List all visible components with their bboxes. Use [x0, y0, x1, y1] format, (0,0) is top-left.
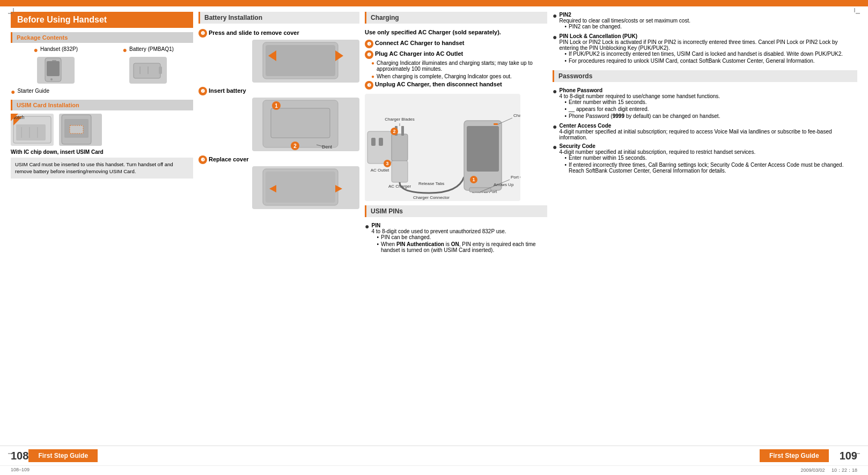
- phone-slot-image: [59, 114, 102, 146]
- charging-step-3-text: Unplug AC Charger, then disconnect hands…: [375, 81, 502, 87]
- phone-password-bullet: ●: [553, 87, 557, 95]
- bullet-icon-3: ●: [11, 88, 15, 95]
- svg-rect-37: [392, 134, 408, 161]
- battery-step-2: ❷ Insert battery: [198, 87, 359, 95]
- pin-item: ● PIN 4 to 8-digit code used to prevent …: [365, 222, 547, 254]
- pin-lock-desc: PIN Lock or PIN2 Lock is activated if PI…: [559, 39, 837, 51]
- battery-step2-image: 1 2 Dent: [252, 98, 359, 151]
- usim-pins-section: USIM PINs ● PIN 4 to 8-digit code used t…: [365, 205, 547, 254]
- svg-text:Dent: Dent: [322, 144, 333, 150]
- pin-title: PIN: [371, 222, 380, 228]
- page-title: Before Using Handset: [11, 12, 193, 28]
- step-3-num: ❸: [198, 155, 207, 164]
- usim-card-image: Notch: [11, 114, 54, 146]
- phone-pw-sub-2-text: __ appears for each digit entered.: [569, 106, 649, 112]
- pin-lock-sub-1-text: If PUK/PUK2 is incorrectly entered ten t…: [569, 51, 843, 57]
- sub-dot-1: ●: [371, 60, 374, 66]
- battery-label: Battery (PMBAQ1): [129, 46, 174, 52]
- charging-step-2-text: Plug AC Charger into AC Outlet: [375, 50, 463, 57]
- package-item-handset: ● Handset (832P): [11, 46, 101, 84]
- step-1-text: Press and slide to remove cover: [209, 29, 299, 36]
- handset-image: [37, 57, 75, 84]
- starter-guide-label: Starter Guide: [17, 88, 49, 94]
- security-code-bullet: ●: [553, 143, 557, 151]
- pin-lock-bullet: ●: [553, 33, 557, 41]
- right-first-step-guide: First Step Guide: [760, 449, 829, 462]
- passwords-header: Passwords: [553, 70, 857, 82]
- phone-password-content: Phone Password 4 to 8-digit number requi…: [559, 87, 720, 120]
- pin-sub-1: • PIN can be changed.: [377, 234, 547, 240]
- phone-pw-sub-1-text: Enter number within 15 seconds.: [569, 99, 647, 105]
- svg-rect-50: [469, 188, 491, 192]
- security-sub-1: • Enter number within 15 seconds.: [564, 155, 857, 161]
- pin2-bullet: ●: [553, 12, 557, 19]
- left-column: Before Using Handset Package Contents ● …: [11, 12, 193, 440]
- battery-column: Battery Installation ❶ Press and slide t…: [198, 12, 359, 440]
- pin-sub-1-text: PIN can be changed.: [381, 234, 431, 240]
- phone-password-title: Phone Password: [559, 87, 602, 93]
- security-code-title: Security Code: [559, 143, 595, 149]
- pin-bullet: ●: [365, 222, 369, 230]
- corner-mark-bl: [8, 448, 19, 459]
- security-sub-1-text: Enter number within 15 seconds.: [569, 155, 647, 161]
- pin2-sub-1-text: PIN2 can be changed.: [569, 24, 622, 29]
- svg-rect-1: [47, 61, 60, 76]
- charging-step-1-num: ❶: [365, 40, 373, 48]
- sub-dot-2: ●: [371, 73, 374, 79]
- usim-header: USIM Card Installation: [11, 100, 193, 110]
- charging-sub-1-text: Charging Indicator illuminates and charg…: [377, 60, 547, 72]
- charging-step-3-num: ❸: [365, 81, 373, 90]
- security-code-item: ● Security Code 4-digit number specified…: [553, 143, 857, 175]
- step-2-text: Insert battery: [209, 87, 246, 94]
- battery-install-header: Battery Installation: [198, 12, 359, 24]
- charging-sub-2: ● When charging is complete, Charging In…: [371, 73, 547, 79]
- step-3-text: Replace cover: [209, 155, 249, 162]
- center-access-bullet: ●: [553, 123, 557, 130]
- pin2-desc: Required to clear call times/costs or se…: [559, 18, 690, 24]
- starter-guide-item: ● Starter Guide: [11, 88, 193, 95]
- svg-marker-19: [335, 50, 343, 61]
- svg-text:1: 1: [472, 177, 475, 182]
- svg-rect-3: [52, 60, 56, 61]
- svg-rect-34: [371, 138, 376, 146]
- svg-text:Charger Connector: Charger Connector: [413, 195, 450, 200]
- svg-text:Charging Indicator: Charging Indicator: [513, 113, 520, 118]
- svg-text:AC Outlet: AC Outlet: [371, 168, 389, 173]
- usim-diagram: Notch: [11, 114, 193, 146]
- battery-step-1: ❶ Press and slide to remove cover: [198, 29, 359, 38]
- package-grid: ● Handset (832P) ●: [11, 46, 193, 84]
- charging-step-1-text: Connect AC Charger to handset: [375, 40, 464, 46]
- charging-step-2-num: ❷: [365, 50, 373, 59]
- security-code-desc: 4-digit number specified at initial subs…: [559, 149, 755, 155]
- pin-sub-2: • When PIN Authentication is ON, PIN ent…: [377, 241, 547, 253]
- pin-lock-sub-2-text: For procedures required to unlock USIM C…: [569, 58, 815, 64]
- charging-column: Charging Use only specified AC Charger (…: [365, 12, 547, 440]
- battery-step1-image: [252, 40, 359, 83]
- pin2-item: ● PIN2 Required to clear call times/cost…: [553, 12, 857, 31]
- svg-text:Charger Blades: Charger Blades: [385, 117, 415, 122]
- phone-pw-sub-1: • Enter number within 15 seconds.: [564, 99, 720, 105]
- pin-sub-2-text: When PIN Authentication is ON, PIN entry…: [381, 241, 547, 253]
- svg-rect-16: [70, 125, 83, 133]
- page-container: Before Using Handset Package Contents ● …: [0, 0, 868, 475]
- passwords-section: Passwords ● Phone Password 4 to 8-digit …: [553, 70, 857, 175]
- corner-mark-br: [849, 448, 860, 459]
- corner-mark-tr: [849, 8, 860, 19]
- svg-rect-4: [134, 63, 160, 78]
- charging-sub-2-text: When charging is complete, Charging Indi…: [377, 73, 512, 79]
- handset-label: Handset (832P): [40, 46, 78, 52]
- phone-pw-sub-3: • Phone Password (9999 by default) can b…: [564, 113, 720, 119]
- charging-sub-1: ● Charging Indicator illuminates and cha…: [371, 60, 547, 72]
- center-access-title: Center Access Code: [559, 123, 611, 129]
- pin2-content: PIN2 Required to clear call times/costs …: [559, 12, 690, 31]
- bottom-bar: 108 First Step Guide First Step Guide 10…: [0, 446, 868, 465]
- svg-rect-39: [401, 126, 404, 136]
- phone-pw-sub-2: • __ appears for each digit entered.: [564, 106, 720, 112]
- bullet-icon-2: ●: [123, 46, 127, 54]
- battery-step3-image: [252, 166, 359, 209]
- charging-diagram: AC Outlet Charger Blades AC Charger: [365, 94, 520, 201]
- footer: 108–109 2009/03/02 10：22：18: [0, 465, 868, 475]
- svg-text:Arrows Up: Arrows Up: [494, 182, 514, 187]
- svg-text:Release Tabs: Release Tabs: [418, 181, 444, 186]
- left-first-step-guide: First Step Guide: [28, 449, 98, 462]
